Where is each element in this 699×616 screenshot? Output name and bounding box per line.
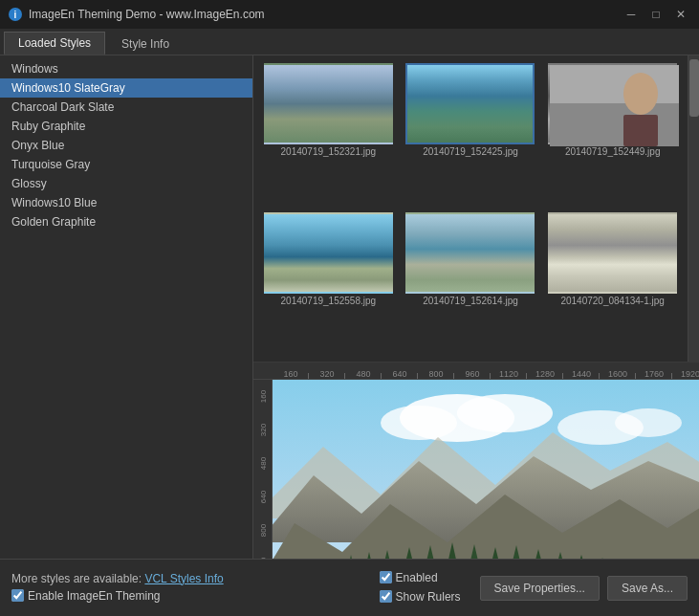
svg-rect-5 <box>623 115 658 146</box>
thumbnail-item[interactable]: 20140719_152558.jpg <box>259 210 398 356</box>
thumbnail-image <box>405 212 535 294</box>
bottom-buttons: Save Properties... Save As... <box>480 576 688 601</box>
sidebar-item-windows[interactable]: Windows <box>0 59 252 78</box>
svg-point-8 <box>457 394 553 432</box>
window-title: ImageEn Theming Demo - www.ImageEn.com <box>29 8 621 21</box>
ruler-mark: 1600 <box>600 369 636 379</box>
save-as-button[interactable]: Save As... <box>607 576 688 601</box>
vcl-styles-link[interactable]: VCL Styles Info <box>144 572 223 585</box>
close-button[interactable]: ✕ <box>670 5 691 24</box>
thumbnail-item[interactable]: 20140719_152321.jpg <box>259 61 398 207</box>
tab-bar: Loaded Styles Style Info <box>0 29 699 55</box>
enable-imageen-label: Enable ImageEn Theming <box>28 589 161 603</box>
sidebar-item-ruby-graphite[interactable]: Ruby Graphite <box>0 117 252 136</box>
ruler-mark: 640 <box>382 369 418 379</box>
thumbnail-item[interactable]: 20140719_152449.jpg <box>543 61 682 207</box>
thumbnail-label: 20140719_152449.jpg <box>565 146 661 157</box>
ruler-v-mark: 640 <box>253 480 272 514</box>
ruler-h-marks: 160 320 480 640 800 960 1120 1280 1440 1… <box>273 363 699 379</box>
more-styles-text: More styles are available: VCL Styles In… <box>11 572 360 585</box>
thumbnail-label: 20140719_152614.jpg <box>423 296 518 306</box>
maximize-button[interactable]: □ <box>645 5 666 24</box>
sidebar-item-onyx-blue[interactable]: Onyx Blue <box>0 136 252 155</box>
thumbnail-image <box>548 212 677 294</box>
enable-imageen-row: Enable ImageEn Theming <box>11 589 360 603</box>
minimize-button[interactable]: ─ <box>621 5 642 24</box>
main-layout: Windows Windows10 SlateGray Charcoal Dar… <box>0 55 699 559</box>
sidebar: Windows Windows10 SlateGray Charcoal Dar… <box>0 55 253 559</box>
ruler-mark: 1120 <box>491 369 527 379</box>
show-rulers-row: Show Rulers <box>380 590 461 604</box>
tab-loaded-styles[interactable]: Loaded Styles <box>4 32 105 55</box>
viewer-checkboxes: Enabled Show Rulers <box>380 571 461 605</box>
sidebar-item-glossy[interactable]: Glossy <box>0 174 252 193</box>
app-icon: i <box>8 7 23 22</box>
sidebar-item-win10-slategray[interactable]: Windows10 SlateGray <box>0 78 252 98</box>
sidebar-item-turquoise-gray[interactable]: Turquoise Gray <box>0 155 252 174</box>
content-area: 20140719_152321.jpg 20140719_152425.jpg <box>253 55 699 559</box>
main-image-area[interactable] <box>273 380 699 559</box>
thumbnail-image <box>264 63 393 144</box>
thumbnail-scrollbar[interactable] <box>688 55 699 362</box>
thumbnail-item[interactable]: 20140719_152425.jpg <box>402 61 540 207</box>
svg-rect-3 <box>550 65 679 103</box>
ruler-mark: 1280 <box>527 369 563 379</box>
enabled-checkbox[interactable] <box>380 571 392 583</box>
ruler-mark: 1760 <box>636 369 672 379</box>
thumbnail-image <box>264 212 393 294</box>
ruler-v-mark: 160 <box>253 380 272 413</box>
sidebar-item-golden-graphite[interactable]: Golden Graphite <box>0 212 252 231</box>
ruler-v-mark: 320 <box>253 413 272 447</box>
thumbnail-label: 20140720_084134-1.jpg <box>560 296 664 306</box>
viewer-section: 160 320 480 640 800 960 1120 1280 1440 1… <box>253 362 699 559</box>
ruler-mark: 1920 <box>672 369 699 379</box>
thumbnail-image <box>548 63 677 144</box>
save-properties-button[interactable]: Save Properties... <box>480 576 600 601</box>
ruler-mark: 1440 <box>563 369 600 379</box>
thumbnail-image <box>405 63 535 144</box>
window-controls: ─ □ ✕ <box>621 5 691 24</box>
tab-style-info[interactable]: Style Info <box>107 32 184 55</box>
ruler-v-mark: 480 <box>253 447 272 480</box>
ruler-vertical: 160 320 480 640 800 960 120 <box>253 380 273 559</box>
title-bar: i ImageEn Theming Demo - www.ImageEn.com… <box>0 0 699 29</box>
sidebar-item-win10-blue[interactable]: Windows10 Blue <box>0 193 252 212</box>
ruler-mark: 480 <box>345 369 382 379</box>
svg-text:i: i <box>14 10 17 20</box>
scrollbar-thumb[interactable] <box>689 59 699 117</box>
thumbnail-label: 20140719_152425.jpg <box>423 146 518 157</box>
thumbnail-label: 20140719_152321.jpg <box>281 146 377 157</box>
ruler-v-mark: 960 <box>253 547 272 559</box>
ruler-mark: 160 <box>273 369 309 379</box>
bottom-bar: More styles are available: VCL Styles In… <box>0 559 699 616</box>
enabled-label: Enabled <box>396 571 438 584</box>
bottom-left: More styles are available: VCL Styles In… <box>11 572 360 605</box>
thumbnail-item[interactable]: 20140719_152614.jpg <box>402 210 540 356</box>
thumbnail-item[interactable]: 20140720_084134-1.jpg <box>543 210 682 356</box>
enabled-row: Enabled <box>380 571 461 584</box>
thumbnail-grid: 20140719_152321.jpg 20140719_152425.jpg <box>253 55 688 362</box>
ruler-v-mark: 800 <box>253 514 272 547</box>
thumbnail-label: 20140719_152558.jpg <box>281 296 377 306</box>
svg-point-11 <box>615 408 682 437</box>
thumbnail-grid-wrapper: 20140719_152321.jpg 20140719_152425.jpg <box>253 55 699 362</box>
ruler-mark: 800 <box>418 369 454 379</box>
ruler-mark: 960 <box>454 369 491 379</box>
svg-point-9 <box>381 406 457 440</box>
svg-point-4 <box>623 73 658 115</box>
sidebar-item-charcoal-dark-slate[interactable]: Charcoal Dark Slate <box>0 98 252 117</box>
ruler-horizontal: 160 320 480 640 800 960 1120 1280 1440 1… <box>253 363 699 380</box>
viewer-body: 160 320 480 640 800 960 120 <box>253 380 699 559</box>
show-rulers-checkbox[interactable] <box>380 590 392 603</box>
show-rulers-label: Show Rulers <box>396 590 461 604</box>
enable-imageen-checkbox[interactable] <box>11 589 24 602</box>
ruler-mark: 320 <box>309 369 345 379</box>
